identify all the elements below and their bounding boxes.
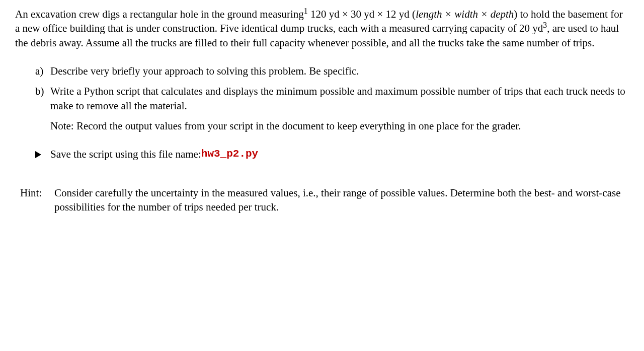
footnote-marker: 1 — [304, 7, 308, 15]
part-b-note: Note: Record the output values from your… — [50, 119, 629, 133]
problem-text-1: An excavation crew digs a rectangular ho… — [15, 8, 304, 20]
hint-label: Hint: — [20, 186, 54, 215]
parts-list: a) Describe very briefly your approach t… — [15, 64, 629, 133]
part-b-label: b) — [35, 84, 50, 133]
cubic-exponent: 3 — [543, 21, 547, 29]
part-a-label: a) — [35, 64, 50, 78]
part-b-text: Write a Python script that calculates an… — [50, 85, 625, 111]
part-a-text: Describe very briefly your approach to s… — [50, 65, 359, 77]
part-a-content: Describe very briefly your approach to s… — [50, 64, 629, 78]
problem-dimensions: 120 yd × 30 yd × 12 yd ( — [308, 8, 416, 20]
filename: hw3_p2.py — [201, 147, 258, 161]
part-a: a) Describe very briefly your approach t… — [35, 64, 629, 78]
problem-dim-labels: length × width × depth — [416, 8, 514, 20]
hint-content: Consider carefully the uncertainty in th… — [54, 186, 629, 215]
save-text: Save the script using this file name: — [50, 147, 201, 161]
part-b-content: Write a Python script that calculates an… — [50, 84, 629, 133]
hint-section: Hint: Consider carefully the uncertainty… — [15, 186, 629, 215]
save-instruction: Save the script using this file name: hw… — [15, 147, 629, 161]
problem-statement: An excavation crew digs a rectangular ho… — [15, 7, 629, 50]
triangle-bullet-icon — [35, 151, 41, 158]
part-b: b) Write a Python script that calculates… — [35, 84, 629, 133]
